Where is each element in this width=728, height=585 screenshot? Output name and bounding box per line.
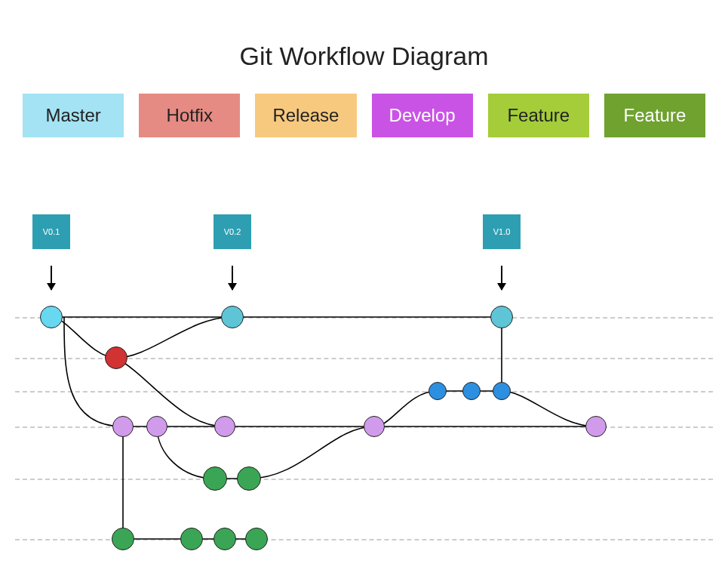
commit-node-feature1 [237,466,261,491]
commit-node-feature2 [180,528,203,550]
legend-develop: Develop [372,94,473,137]
legend-feature1: Feature [488,94,589,137]
page-title: Git Workflow Diagram [0,0,728,94]
commit-node-hotfix [105,346,127,369]
legend-feature2: Feature [604,94,705,137]
commit-node-develop [146,416,167,437]
commit-node-release [493,382,511,400]
commit-node-feature2 [213,528,236,550]
legend: Master Hotfix Release Develop Feature Fe… [0,94,728,137]
commit-node-master [221,306,244,328]
diagram: V0.1 V0.2 V1.0 [0,181,728,581]
commit-node-release [429,382,447,400]
commit-node-develop [585,416,607,437]
commit-node-feature1 [203,466,227,491]
commit-node-release [462,382,481,400]
commit-node-develop [112,416,134,437]
legend-hotfix: Hotfix [139,94,240,137]
commit-node-feature2 [112,528,134,550]
legend-master: Master [23,94,124,137]
commit-node-master [490,306,513,328]
commit-node-master [40,306,63,328]
legend-release: Release [255,94,356,137]
commit-node-develop [364,416,385,437]
commit-node-feature2 [245,528,268,550]
edges [0,181,728,581]
commit-node-develop [214,416,235,437]
